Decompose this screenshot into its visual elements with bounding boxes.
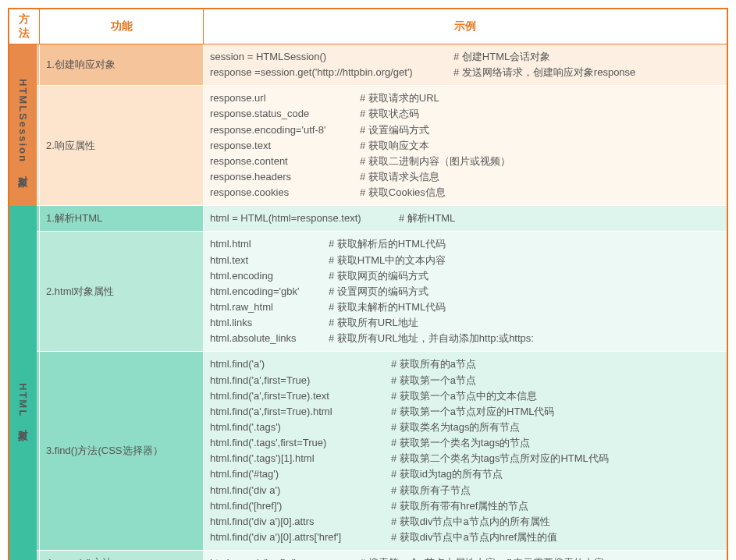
comment-text: # 获取Cookies信息 [360, 185, 446, 200]
code-text: html.find('a',first=True).text [210, 388, 382, 404]
example-line: html.find('div a')[0].attrs# 获取div节点中a节点… [210, 514, 720, 530]
comment-text: # 设置网页的编码方式 [329, 284, 428, 299]
comment-text: # 获取div节点中a节点内的所有属性 [391, 514, 550, 530]
example-cell: html.find('a')# 获取所有的a节点html.find('a',fi… [204, 352, 728, 551]
comment-text: # 搜索第一个a节点中属性内容，{}表示需要搜索的内容 [360, 555, 604, 560]
code-text: response.status_code [210, 106, 350, 122]
code-text: html.raw_html [210, 299, 319, 315]
table-row: HTML 对象1.解析HTMLhtml = HTML(html=response… [9, 206, 727, 232]
code-text: html.find('.tags') [210, 420, 382, 435]
code-text: html.find('div a') [210, 483, 382, 498]
comment-text: # 获取响应文本 [360, 138, 429, 154]
code-text: html.find('a',first=True).html [210, 404, 382, 420]
code-text: response.headers [210, 169, 350, 185]
function-cell: 2.html对象属性 [40, 232, 204, 352]
example-line: html.find('div a')# 获取所有子节点 [210, 483, 720, 498]
example-line: response.encoding='utf-8'# 设置编码方式 [210, 122, 720, 138]
example-line: html.find('#tag')# 获取id为tag的所有节点 [210, 466, 720, 482]
comment-text: # 创建HTML会话对象 [453, 49, 550, 65]
example-line: html.find('div a')[0].attrs['href']# 获取d… [210, 530, 720, 545]
comment-text: # 获取二进制内容（图片或视频） [360, 154, 510, 169]
example-line: html.find('a',first=True)# 获取第一个a节点 [210, 373, 720, 388]
comment-text: # 获取所有URL地址，并自动添加http:或https: [329, 331, 534, 346]
code-text: html.links [210, 315, 319, 331]
code-text: response.content [210, 154, 350, 169]
api-reference-table: 方法 功能 示例 HTMLSession 对象1.创建响应对象session =… [8, 8, 728, 560]
code-text: html.find('div a')[0].attrs['href'] [210, 530, 382, 545]
table-row: 2.响应属性response.url# 获取请求的URLresponse.sta… [9, 86, 727, 206]
comment-text: # 解析HTML [399, 211, 455, 226]
code-text: html.find('[href]') [210, 498, 382, 514]
code-text: response.text [210, 138, 350, 154]
comment-text: # 获取所有子节点 [391, 483, 471, 498]
col-example: 示例 [204, 9, 728, 44]
table-row: 4.search()方法html.search('<a{}>')# 搜索第一个a… [9, 551, 727, 560]
comment-text: # 获取解析后的HTML代码 [329, 236, 446, 252]
comment-text: # 发送网络请求，创建响应对象response [453, 65, 635, 80]
code-text: html.text [210, 253, 319, 268]
comment-text: # 获取第一个a节点中的文本信息 [391, 388, 537, 404]
example-line: html.text# 获取HTML中的文本内容 [210, 253, 720, 268]
comment-text: # 获取请求的URL [360, 90, 439, 106]
comment-text: # 获取类名为tags的所有节点 [391, 420, 520, 435]
row-group-header: HTMLSession 对象 [9, 44, 37, 206]
example-cell: session = HTMLSession()# 创建HTML会话对象respo… [204, 44, 728, 86]
example-line: response.url# 获取请求的URL [210, 90, 720, 106]
example-line: html.find('a')# 获取所有的a节点 [210, 356, 720, 372]
example-line: html.raw_html# 获取未解析的HTML代码 [210, 299, 720, 315]
function-cell: 4.search()方法 [40, 551, 204, 560]
code-text: response.encoding='utf-8' [210, 122, 350, 138]
code-text: html = HTML(html=response.text) [210, 211, 389, 226]
row-group-header: HTML 对象 [9, 206, 37, 560]
comment-text: # 获取状态码 [360, 106, 419, 122]
example-line: html.find('.tags')[1].html# 获取第二个类名为tags… [210, 451, 720, 466]
comment-text: # 获取div节点中a节点内href属性的值 [391, 530, 557, 545]
comment-text: # 获取第二个类名为tags节点所对应的HTML代码 [391, 451, 609, 466]
example-line: html.encoding='gbk'# 设置网页的编码方式 [210, 284, 720, 299]
example-line: html.find('a',first=True).text# 获取第一个a节点… [210, 388, 720, 404]
example-line: html.links# 获取所有URL地址 [210, 315, 720, 331]
example-line: html.search('<a{}>')# 搜索第一个a节点中属性内容，{}表示… [210, 555, 720, 560]
code-text: response.url [210, 90, 350, 106]
example-line: html.find('a',first=True).html# 获取第一个a节点… [210, 404, 720, 420]
code-text: html.find('div a')[0].attrs [210, 514, 382, 530]
example-line: html.encoding# 获取网页的编码方式 [210, 268, 720, 284]
code-text: session = HTMLSession() [210, 49, 444, 65]
code-text: html.encoding='gbk' [210, 284, 319, 299]
comment-text: # 获取第一个a节点对应的HTML代码 [391, 404, 554, 420]
function-cell: 1.创建响应对象 [40, 44, 204, 86]
example-line: response.text# 获取响应文本 [210, 138, 720, 154]
col-method: 方法 [9, 9, 40, 44]
comment-text: # 获取第一个a节点 [391, 373, 476, 388]
comment-text: # 获取未解析的HTML代码 [329, 299, 446, 315]
example-line: html.html# 获取解析后的HTML代码 [210, 236, 720, 252]
example-line: html.find('[href]')# 获取所有带有href属性的节点 [210, 498, 720, 514]
function-cell: 3.find()方法(CSS选择器） [40, 352, 204, 551]
example-cell: response.url# 获取请求的URLresponse.status_co… [204, 86, 728, 206]
example-line: response.cookies# 获取Cookies信息 [210, 185, 720, 200]
example-line: html = HTML(html=response.text)# 解析HTML [210, 211, 720, 226]
code-text: html.find('a',first=True) [210, 373, 382, 388]
header-row: 方法 功能 示例 [9, 9, 727, 44]
code-text: html.find('#tag') [210, 466, 382, 482]
example-cell: html = HTML(html=response.text)# 解析HTML [204, 206, 728, 232]
table-row: HTMLSession 对象1.创建响应对象session = HTMLSess… [9, 44, 727, 86]
example-line: response.headers# 获取请求头信息 [210, 169, 720, 185]
function-cell: 1.解析HTML [40, 206, 204, 232]
code-text: html.find('.tags',first=True) [210, 435, 382, 451]
example-line: response.status_code# 获取状态码 [210, 106, 720, 122]
comment-text: # 获取HTML中的文本内容 [329, 253, 446, 268]
code-text: html.find('a') [210, 356, 382, 372]
code-text: html.html [210, 236, 319, 252]
table-row: 2.html对象属性html.html# 获取解析后的HTML代码html.te… [9, 232, 727, 352]
code-text: html.absolute_links [210, 331, 319, 346]
code-text: response.cookies [210, 185, 350, 200]
comment-text: # 获取所有的a节点 [391, 356, 476, 372]
comment-text: # 设置编码方式 [360, 122, 429, 138]
comment-text: # 获取所有URL地址 [329, 315, 418, 331]
function-cell: 2.响应属性 [40, 86, 204, 206]
example-cell: html.search('<a{}>')# 搜索第一个a节点中属性内容，{}表示… [204, 551, 728, 560]
example-line: html.find('.tags')# 获取类名为tags的所有节点 [210, 420, 720, 435]
comment-text: # 获取第一个类名为tags的节点 [391, 435, 530, 451]
example-line: html.absolute_links# 获取所有URL地址，并自动添加http… [210, 331, 720, 346]
